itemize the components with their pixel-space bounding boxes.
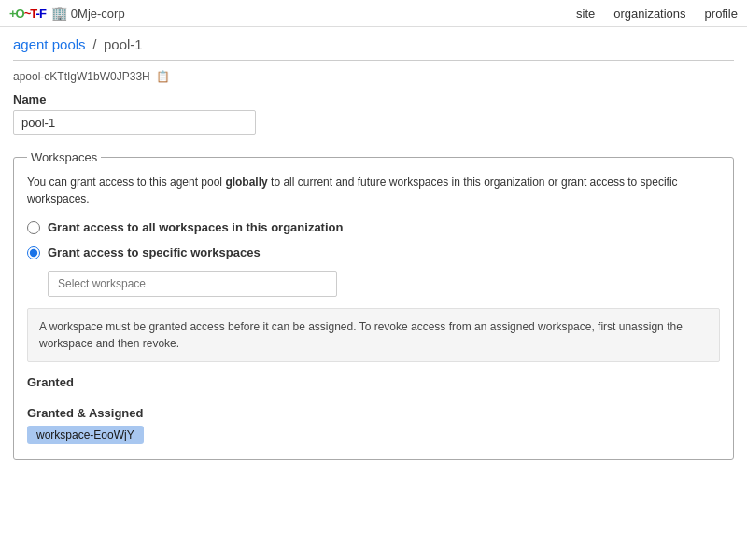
radio-all-label[interactable]: Grant access to all workspaces in this o… [48, 220, 343, 234]
brand-area: +O~T-F 🏢 0Mje-corp [9, 6, 576, 21]
name-label: Name [13, 92, 734, 106]
granted-section: Granted [27, 371, 720, 397]
nav-links: site organizations profile [576, 7, 738, 21]
radio-specific-label[interactable]: Grant access to specific workspaces [48, 245, 261, 259]
name-input[interactable] [13, 110, 256, 135]
granted-title: Granted [27, 375, 720, 389]
info-text: A workspace must be granted access befor… [39, 320, 683, 350]
breadcrumb-current: pool-1 [104, 36, 143, 52]
breadcrumb-separator: / [92, 36, 96, 52]
org-icon: 🏢 [51, 6, 67, 21]
select-workspace-input[interactable] [48, 271, 337, 297]
org-selector[interactable]: 🏢 0Mje-corp [51, 6, 125, 21]
workspaces-fieldset: Workspaces You can grant access to this … [13, 150, 734, 460]
radio-all-input[interactable] [27, 221, 40, 234]
breadcrumb-parent[interactable]: agent pools [13, 36, 86, 52]
workspaces-legend: Workspaces [27, 150, 101, 164]
ws-description: You can grant access to this agent pool … [27, 174, 720, 207]
pool-id-text: apool-cKTtIgW1bW0JP33H [13, 70, 150, 83]
radio-specific-option: Grant access to specific workspaces [27, 245, 720, 259]
nav-link-profile[interactable]: profile [705, 7, 738, 21]
nav-link-site[interactable]: site [576, 7, 595, 21]
brand-logo: +O~T-F [9, 7, 46, 21]
header-divider [13, 60, 734, 61]
info-box: A workspace must be granted access befor… [27, 308, 720, 362]
nav-link-organizations[interactable]: organizations [613, 7, 685, 21]
workspace-tag[interactable]: workspace-EooWjY [27, 426, 144, 444]
breadcrumb: agent pools / pool-1 [0, 27, 747, 56]
copy-icon[interactable]: 📋 [156, 70, 170, 83]
pool-id-row: apool-cKTtIgW1bW0JP33H 📋 [0, 64, 747, 89]
radio-all-option: Grant access to all workspaces in this o… [27, 220, 720, 234]
top-nav: +O~T-F 🏢 0Mje-corp site organizations pr… [0, 0, 747, 27]
granted-assigned-section: Granted & Assigned workspace-EooWjY [27, 397, 720, 446]
name-section: Name [0, 89, 747, 145]
org-name: 0Mje-corp [71, 7, 125, 21]
granted-assigned-title: Granted & Assigned [27, 406, 720, 420]
radio-specific-input[interactable] [27, 246, 40, 259]
